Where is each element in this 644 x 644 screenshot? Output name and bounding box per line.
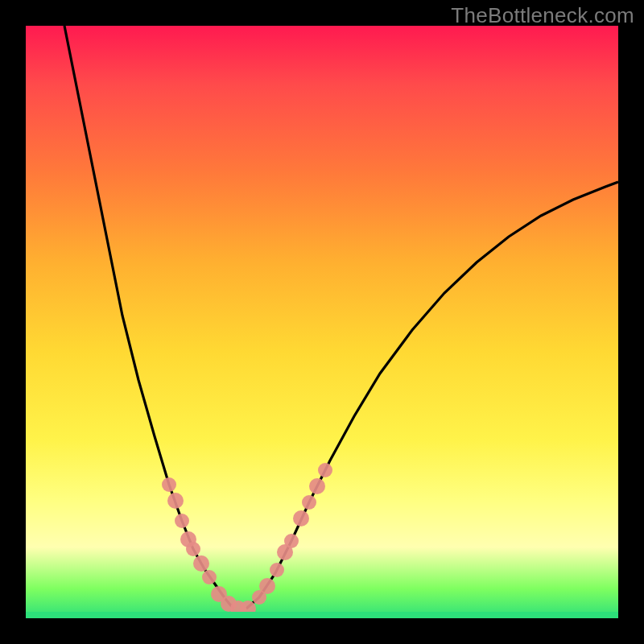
watermark-text: TheBottleneck.com	[451, 3, 634, 28]
data-dot	[309, 478, 325, 494]
curve-right-curve	[246, 182, 618, 609]
data-dot	[175, 514, 189, 528]
data-dot	[259, 578, 275, 594]
data-dot	[202, 570, 217, 584]
data-dot	[293, 510, 309, 526]
data-dot	[193, 555, 209, 572]
data-dot	[162, 477, 176, 492]
data-dot	[270, 563, 284, 577]
data-dot	[302, 495, 316, 510]
data-dot	[284, 534, 299, 548]
bottom-green-bar	[26, 612, 618, 618]
data-dot	[167, 493, 184, 509]
curve-left-curve	[64, 26, 233, 609]
data-dot	[186, 542, 200, 556]
bottleneck-curve	[26, 26, 618, 618]
data-dot	[318, 463, 332, 477]
